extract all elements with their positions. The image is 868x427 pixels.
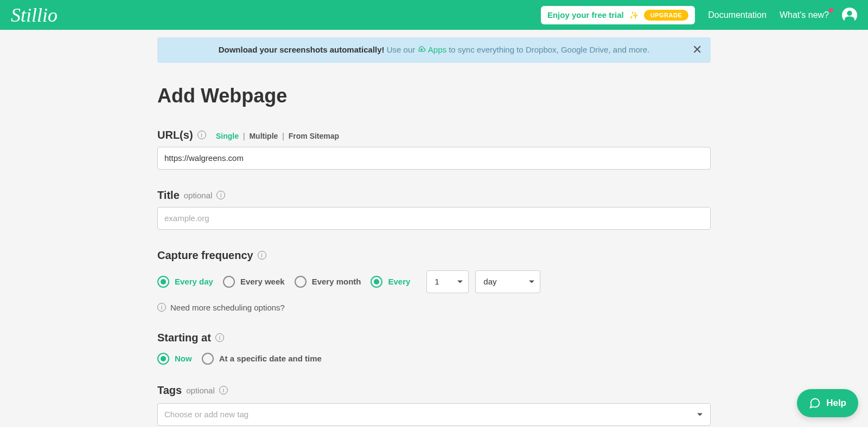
- radio-every-week-label: Every week: [240, 277, 285, 286]
- title-optional: optional: [184, 191, 213, 200]
- main-container: Download your screenshots automatically!…: [146, 37, 722, 427]
- header-right: Enjoy your free trial ✨ UPGRADE Document…: [541, 6, 857, 24]
- radio-every-day[interactable]: Every day: [157, 276, 213, 288]
- title-form-group: Title optional i: [157, 189, 711, 230]
- interval-unit-select[interactable]: day: [475, 270, 540, 293]
- radio-icon: [157, 276, 169, 288]
- tags-optional: optional: [186, 386, 215, 395]
- radio-now-label: Now: [175, 354, 192, 363]
- banner-apps-link[interactable]: Apps: [428, 45, 449, 54]
- title-label: Title optional i: [157, 189, 225, 202]
- info-icon[interactable]: i: [219, 386, 228, 394]
- frequency-radio-row: Every day Every week Every month Every 1: [157, 270, 711, 293]
- radio-every-custom-label: Every: [388, 277, 410, 286]
- interval-unit: day: [483, 277, 496, 286]
- trial-text: Enjoy your free trial: [547, 10, 624, 20]
- cloud-upload-icon: [417, 46, 426, 55]
- url-form-group: URL(s) i Single | Multiple | From Sitema…: [157, 129, 711, 170]
- trial-box: Enjoy your free trial ✨ UPGRADE: [541, 6, 695, 24]
- help-label: Help: [826, 398, 846, 409]
- url-mode-multiple[interactable]: Multiple: [249, 132, 278, 140]
- user-avatar-icon[interactable]: [842, 8, 857, 23]
- radio-icon: [157, 353, 169, 365]
- tags-form-group: Tags optional i Choose or add new tag: [157, 384, 711, 426]
- chat-icon: [809, 397, 821, 409]
- radio-icon: [295, 276, 307, 288]
- starting-form-group: Starting at i Now At a specific date and…: [157, 332, 711, 365]
- notification-dot-icon: [829, 8, 833, 12]
- title-label-text: Title: [157, 189, 180, 202]
- info-icon[interactable]: i: [157, 303, 166, 312]
- chevron-down-icon: [457, 280, 463, 283]
- schedule-note-text: Need more scheduling options?: [170, 303, 285, 312]
- frequency-selects: 1 day: [426, 270, 540, 293]
- sparkle-icon: ✨: [629, 11, 639, 20]
- tags-label: Tags optional i: [157, 384, 228, 397]
- radio-icon: [223, 276, 235, 288]
- banner-text-2: to sync everything to Dropbox, Google Dr…: [449, 45, 649, 54]
- info-icon[interactable]: i: [258, 251, 266, 260]
- radio-icon: [371, 276, 382, 288]
- url-mode-single[interactable]: Single: [216, 132, 239, 140]
- frequency-label: Capture frequency i: [157, 249, 266, 262]
- banner-text-1: Use our: [387, 45, 418, 54]
- url-label: URL(s) i: [157, 129, 206, 141]
- help-button[interactable]: Help: [797, 389, 858, 417]
- url-modes: Single | Multiple | From Sitemap: [216, 132, 339, 140]
- main-header: Stillio Enjoy your free trial ✨ UPGRADE …: [0, 0, 868, 30]
- url-label-text: URL(s): [157, 129, 193, 141]
- chevron-down-icon: [529, 280, 534, 283]
- banner-close-button[interactable]: ✕: [692, 43, 702, 57]
- whats-new-label: What's new?: [780, 10, 829, 20]
- upgrade-button[interactable]: UPGRADE: [644, 10, 689, 21]
- url-separator: |: [282, 132, 284, 140]
- frequency-label-text: Capture frequency: [157, 249, 253, 262]
- info-icon[interactable]: i: [197, 131, 206, 139]
- radio-specific-time[interactable]: At a specific date and time: [202, 353, 322, 365]
- radio-now[interactable]: Now: [157, 353, 192, 365]
- url-input[interactable]: [157, 147, 711, 170]
- info-banner: Download your screenshots automatically!…: [157, 37, 711, 63]
- tags-label-text: Tags: [157, 384, 182, 397]
- page-title: Add Webpage: [157, 85, 711, 107]
- tags-placeholder: Choose or add new tag: [164, 410, 248, 419]
- schedule-note: i Need more scheduling options?: [157, 303, 711, 312]
- chevron-down-icon: [697, 413, 703, 416]
- starting-label-text: Starting at: [157, 332, 211, 344]
- radio-every-month-label: Every month: [312, 277, 361, 286]
- radio-every-day-label: Every day: [175, 277, 213, 286]
- interval-value-select[interactable]: 1: [426, 270, 469, 293]
- radio-every-week[interactable]: Every week: [223, 276, 285, 288]
- interval-value: 1: [435, 277, 439, 286]
- info-icon[interactable]: i: [215, 333, 224, 342]
- radio-every-custom[interactable]: Every: [371, 276, 410, 288]
- svg-point-1: [847, 10, 852, 15]
- starting-radio-row: Now At a specific date and time: [157, 353, 711, 365]
- nav-whats-new[interactable]: What's new?: [780, 10, 829, 20]
- url-separator: |: [243, 132, 245, 140]
- radio-icon: [202, 353, 214, 365]
- title-input[interactable]: [157, 207, 711, 230]
- info-icon[interactable]: i: [216, 191, 225, 199]
- frequency-form-group: Capture frequency i Every day Every week…: [157, 249, 711, 312]
- tags-select[interactable]: Choose or add new tag: [157, 403, 711, 426]
- url-mode-sitemap[interactable]: From Sitemap: [289, 132, 339, 140]
- starting-label: Starting at i: [157, 332, 224, 344]
- radio-specific-label: At a specific date and time: [219, 354, 322, 363]
- logo[interactable]: Stillio: [11, 4, 58, 27]
- radio-every-month[interactable]: Every month: [295, 276, 361, 288]
- nav-documentation[interactable]: Documentation: [708, 10, 767, 20]
- banner-bold-text: Download your screenshots automatically!: [219, 45, 385, 54]
